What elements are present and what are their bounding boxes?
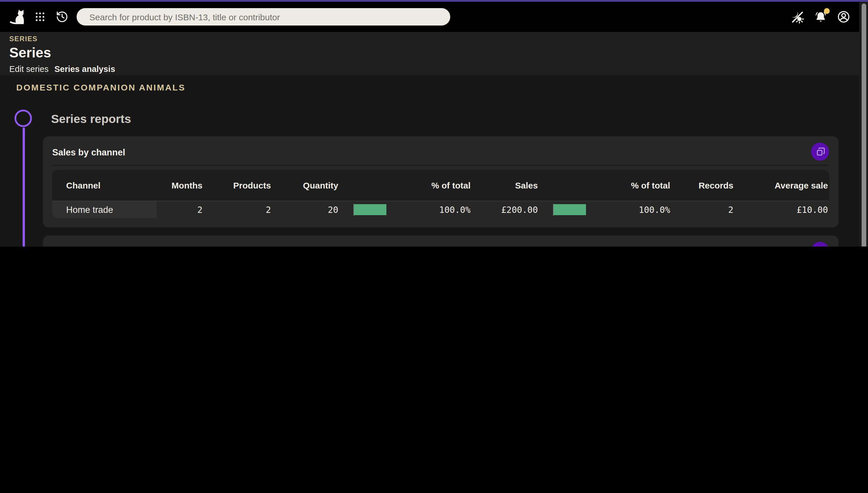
series-name-heading: DOMESTIC COMPANION ANIMALS (16, 82, 868, 92)
grid-apps-icon (34, 11, 46, 23)
reports-section: Series reports Sales by channel (43, 112, 839, 246)
column-header-bar (547, 170, 599, 201)
app-logo-cat[interactable] (8, 5, 28, 28)
page-title: Series (9, 45, 868, 61)
table-row: Home trade 2 2 20 100.0% £200.00 (52, 201, 829, 218)
timeline-node (15, 110, 32, 127)
timeline-line (22, 128, 25, 246)
table-cell: 100.0% (599, 201, 679, 218)
card-divider (52, 165, 829, 166)
quantity-bar (353, 204, 386, 215)
column-header: Channel (52, 170, 157, 201)
column-header: Records (679, 170, 743, 201)
app-window: SERIES Series Edit series Series analysi… (0, 0, 868, 246)
product-search (77, 8, 450, 25)
column-header: Sales (480, 170, 547, 201)
copy-report-button[interactable] (811, 143, 829, 160)
scrollbar-thumb[interactable] (861, 3, 866, 246)
account-icon (837, 10, 851, 24)
copy-report-button[interactable] (811, 242, 829, 246)
row-label-cell: Home trade (52, 201, 157, 218)
column-header: Products (212, 170, 280, 201)
copy-icon (816, 246, 825, 246)
account-button[interactable] (836, 9, 851, 24)
cat-logo-icon (9, 9, 27, 25)
page-header: SERIES Series Edit series Series analysi… (0, 32, 868, 75)
notifications-button[interactable] (813, 9, 828, 24)
search-input[interactable] (88, 11, 439, 22)
apps-grid-button[interactable] (33, 9, 47, 24)
column-header: % of total (599, 170, 679, 201)
table-cell: £10.00 (743, 201, 829, 218)
page-overline: SERIES (9, 35, 868, 43)
column-header: Average sale (743, 170, 829, 201)
table-header-row: Channel Months Products Quantity % of to… (52, 170, 829, 201)
table-cell: 100.0% (400, 201, 480, 218)
top-app-bar (0, 2, 859, 32)
sales-by-channel-table: Channel Months Products Quantity % of to… (52, 170, 829, 218)
main-content: DOMESTIC COMPANION ANIMALS Series report… (0, 75, 868, 246)
sales-bar (553, 204, 586, 215)
table-cell: 20 (280, 201, 347, 218)
column-header-bar (347, 170, 400, 201)
history-button[interactable] (55, 9, 70, 24)
theme-toggle-icon (790, 10, 804, 24)
table-cell: 2 (679, 201, 743, 218)
column-header: Months (157, 170, 212, 201)
report-title: Sales by channel (52, 147, 125, 158)
bar-cell (547, 201, 599, 218)
column-header: Quantity (280, 170, 347, 201)
notification-badge (824, 8, 830, 14)
bar-cell (347, 201, 400, 218)
report-card-sales-by-product-form-type: Sales by product form type (43, 235, 839, 246)
history-icon (56, 10, 68, 23)
table-cell: 2 (212, 201, 280, 218)
theme-toggle-button[interactable] (790, 9, 805, 24)
table-cell: 2 (157, 201, 212, 218)
table-cell: £200.00 (480, 201, 547, 218)
scrollbar-track[interactable] (859, 2, 868, 246)
copy-icon (816, 147, 825, 156)
column-header: % of total (400, 170, 480, 201)
section-title: Series reports (51, 112, 839, 126)
report-card-sales-by-channel: Sales by channel (43, 136, 839, 227)
